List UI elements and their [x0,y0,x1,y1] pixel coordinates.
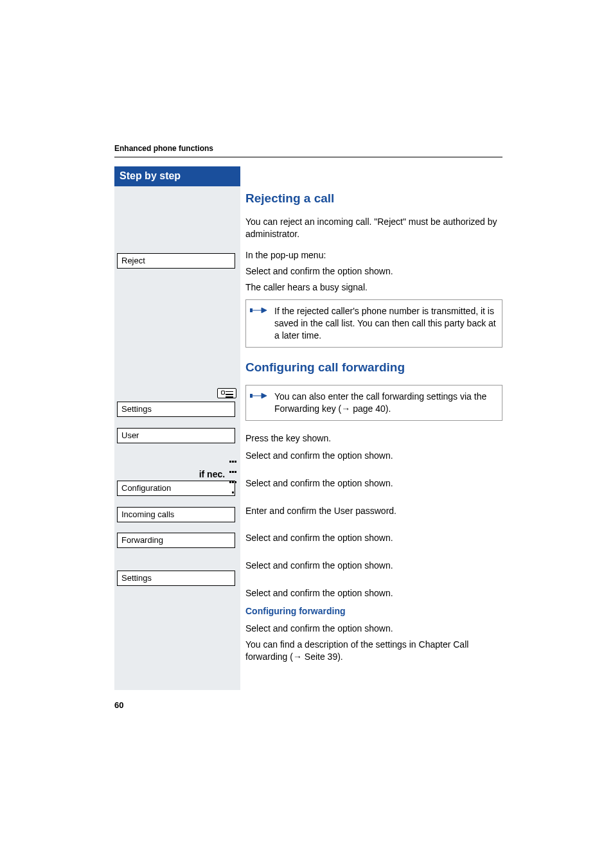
text-sel-4: Select and confirm the option shown. [245,560,502,572]
sidebar-title: Step by step [114,166,240,186]
header-rule [114,157,502,157]
note-box-fwd: You can also enter the call forwarding s… [245,385,502,421]
text-press-key: Press the key shown. [245,432,502,445]
heading-rejecting-call: Rejecting a call [245,191,502,206]
text-sel-6: Select and confirm the option shown. [245,623,502,635]
note-box-reject: If the rejected caller's phone number is… [245,299,502,348]
page-number: 60 [114,700,123,710]
if-nec-label: if nec. [198,454,236,495]
text-desc: You can find a description of the settin… [245,639,502,663]
menu-box-forwarding: Forwarding [117,533,235,548]
note-text-reject: If the rejected caller's phone number is… [274,305,497,342]
text-sel-2: Select and confirm the option shown. [245,477,502,490]
svg-rect-1 [250,394,253,398]
note-arrow-icon-2 [250,391,268,403]
running-title: Enhanced phone functions [114,144,502,153]
text-sel-1: Select and confirm the option shown. [245,450,502,462]
menu-box-incoming-calls: Incoming calls [117,507,235,522]
menu-box-user: User [117,428,235,443]
text-select-confirm-1a: Select and confirm the option shown. [245,265,502,278]
menu-key-icon [217,388,236,398]
main-content: Rejecting a call You can reject an incom… [245,191,502,667]
text-select-confirm-1b: The caller hears a busy signal. [245,281,502,294]
text-pwd: Enter and confirm the User password. [245,505,502,517]
note-arrow-icon [250,305,268,318]
note-text-fwd: You can also enter the call forwarding s… [274,391,497,415]
text-sel-3: Select and confirm the option shown. [245,532,502,544]
menu-box-settings: Settings [117,402,235,417]
if-nec-text: if nec. [199,469,225,479]
heading-config-fwd: Configuring call forwarding [245,360,502,375]
sub-heading-config-fwd: Configuring forwarding [245,606,502,616]
menu-box-settings-2: Settings [117,571,235,586]
keypad-icon [229,454,236,495]
page-header: Enhanced phone functions [114,144,502,157]
text-sel-5: Select and confirm the option shown. [245,587,502,599]
text-popup-menu: In the pop-up menu: [245,249,502,261]
svg-rect-0 [250,308,253,312]
text-reject-intro: You can reject an incoming call. "Reject… [245,216,502,240]
menu-box-reject: Reject [117,253,235,269]
